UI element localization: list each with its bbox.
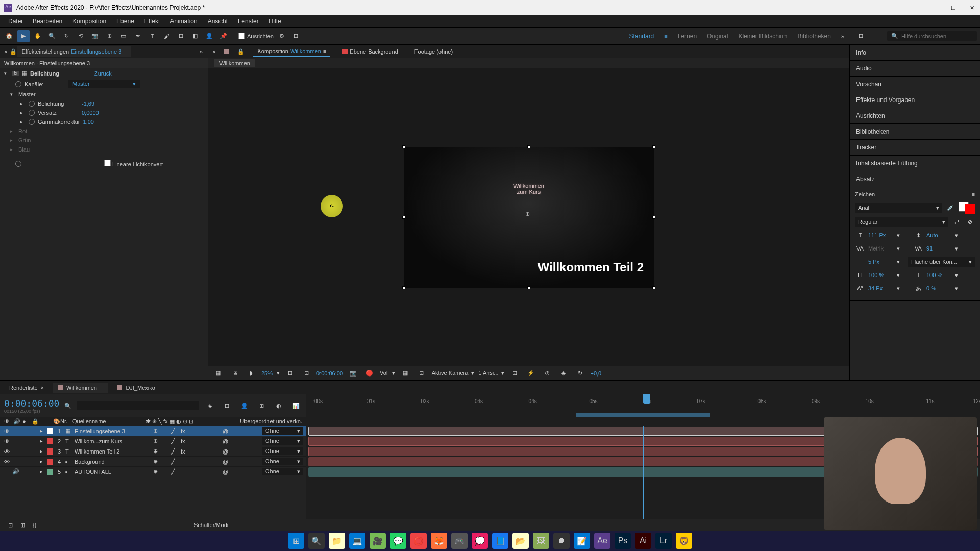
panel-ausrichten[interactable]: Ausrichten xyxy=(850,108,980,124)
menu-ansicht[interactable]: Ansicht xyxy=(203,16,233,27)
layer-name[interactable]: Willkom...zum Kurs xyxy=(75,438,151,444)
selection-handle[interactable] xyxy=(402,216,405,219)
layer-expand-caret[interactable]: ▸ xyxy=(40,468,45,475)
master-caret[interactable]: ▾ xyxy=(10,92,15,97)
toggle-modes-icon[interactable]: ⊞ xyxy=(16,519,29,531)
fast-preview-icon[interactable]: ⚡ xyxy=(525,367,537,380)
gamma-stopwatch[interactable] xyxy=(29,119,35,125)
layer-switch[interactable]: fx xyxy=(181,428,188,434)
home-button[interactable]: 🏠 xyxy=(3,30,15,42)
pickwhip-icon[interactable]: @ xyxy=(223,428,230,434)
workspace-menu-icon[interactable]: ≡ xyxy=(664,33,667,39)
layer-switch[interactable]: ⊕ xyxy=(153,448,160,455)
workspace-original[interactable]: Original xyxy=(707,33,728,40)
parent-dropdown[interactable]: Ohne▾ xyxy=(262,447,303,455)
layer-name[interactable]: Background xyxy=(75,459,151,465)
layer-label-color[interactable] xyxy=(47,469,53,475)
layer-row[interactable]: 👁 ▸ 4 ▪ Background ⊕ ╱ @ Ohne▾ xyxy=(0,457,306,467)
rotate-tool[interactable]: ⟲ xyxy=(75,30,87,42)
views-dropdown[interactable]: 1 Ansi...▾ xyxy=(478,370,504,377)
frame-blend-icon[interactable]: ⊞ xyxy=(255,399,267,412)
layer-switch[interactable]: ⊕ xyxy=(153,458,160,465)
selection-handle[interactable] xyxy=(652,216,655,219)
pickwhip-icon[interactable]: @ xyxy=(223,448,230,455)
panel-bibliotheken[interactable]: Bibliotheken xyxy=(850,124,980,140)
clone-tool[interactable]: ⊡ xyxy=(175,30,187,42)
menu-fenster[interactable]: Fenster xyxy=(233,16,264,27)
taskbar-app-icon[interactable]: 🔍 xyxy=(308,533,325,549)
taskbar-app-icon[interactable]: ⊞ xyxy=(288,533,304,549)
parent-dropdown[interactable]: Ohne▾ xyxy=(262,427,303,435)
switch-icon[interactable]: ▦ xyxy=(169,418,175,425)
guides-icon[interactable]: ⊡ xyxy=(300,367,312,380)
brush-tool[interactable]: 🖌 xyxy=(160,30,173,42)
toggle-pane-icon[interactable]: {} xyxy=(29,519,41,531)
taskbar-app-icon[interactable]: 📁 xyxy=(329,533,345,549)
viewer-close-icon[interactable]: × xyxy=(212,48,215,55)
no-color-icon[interactable]: ⊘ xyxy=(965,217,975,227)
layer-label-color[interactable] xyxy=(47,448,53,455)
exposure-stopwatch[interactable] xyxy=(29,101,35,107)
effect-visibility-icon[interactable]: ▦ xyxy=(22,70,27,77)
fx-badge-icon[interactable]: fx xyxy=(12,71,19,76)
layer-label-color[interactable] xyxy=(47,428,53,434)
flowchart-icon[interactable]: ◈ xyxy=(557,367,570,380)
char-panel-menu-icon[interactable]: ≡ xyxy=(972,191,975,197)
switch-icon[interactable]: ╲ xyxy=(158,418,162,425)
layer-switch[interactable]: ╱ xyxy=(172,448,179,455)
snap-checkbox[interactable]: Ausrichten xyxy=(238,33,274,39)
menu-komposition[interactable]: Komposition xyxy=(67,16,111,27)
workspace-reset[interactable]: ⊡ xyxy=(854,30,867,42)
layer-name[interactable]: AUTOUNFALL xyxy=(75,469,151,475)
timeline-other-tab[interactable]: DJI_Mexiko xyxy=(112,383,160,393)
menu-hilfe[interactable]: Hilfe xyxy=(264,16,286,27)
leading-value[interactable]: Auto xyxy=(926,232,952,238)
hscale-value[interactable]: 100 % xyxy=(926,272,952,278)
selection-handle[interactable] xyxy=(652,286,655,289)
resolution-dropdown[interactable]: Voll▾ xyxy=(380,370,395,377)
switch-icon[interactable]: ✳ xyxy=(152,418,157,425)
menu-effekt[interactable]: Effekt xyxy=(139,16,165,27)
layer-audio-icon[interactable]: 🔊 xyxy=(12,468,19,475)
layer-row[interactable]: 🔊 ▸ 5 ▪ AUTOUNFALL ⊕ ╱ @ Ohne▾ xyxy=(0,467,306,477)
parent-dropdown[interactable]: Ohne▾ xyxy=(262,458,303,465)
panel-close-icon[interactable]: × xyxy=(2,48,9,55)
hand-tool[interactable]: ✋ xyxy=(32,30,44,42)
orbit-tool[interactable]: ↻ xyxy=(60,30,72,42)
taskbar-app-icon[interactable]: ⏺ xyxy=(553,533,570,549)
offset-value[interactable]: 0,0000 xyxy=(82,110,99,116)
taskbar-app-icon[interactable]: 🎥 xyxy=(370,533,386,549)
tab-menu-icon[interactable]: ≡ xyxy=(124,48,127,55)
stroke-width-value[interactable]: 5 Px xyxy=(868,259,894,265)
layer-expand-caret[interactable]: ▸ xyxy=(40,448,45,455)
composition-tab[interactable]: Komposition Willkommen ≡ xyxy=(253,46,330,57)
workspace-overflow-icon[interactable]: » xyxy=(841,33,844,39)
effect-toggle-caret[interactable]: ▾ xyxy=(4,71,9,76)
taskbar-app-icon[interactable]: 💬 xyxy=(390,533,406,549)
channel-icon[interactable]: 🔴 xyxy=(363,367,376,380)
playhead[interactable] xyxy=(643,394,650,404)
taskbar-app-icon[interactable]: 🦁 xyxy=(676,533,692,549)
layer-switch[interactable]: ╱ xyxy=(172,438,179,444)
panel-lock-icon[interactable]: 🔒 xyxy=(9,47,17,56)
panel-content-fill[interactable]: Inhaltsbasierte Füllung xyxy=(850,156,980,171)
taskbar-app-icon[interactable]: 🖼 xyxy=(533,533,549,549)
taskbar-app-icon[interactable]: 🦊 xyxy=(431,533,447,549)
panel-audio[interactable]: Audio xyxy=(850,61,980,77)
taskbar-app-icon[interactable]: ⭕ xyxy=(410,533,427,549)
text-tool[interactable]: T xyxy=(146,30,158,42)
layer-switch[interactable]: fx xyxy=(181,438,188,444)
label-column-icon[interactable]: 🎨 xyxy=(53,418,58,425)
taskbar-app-icon[interactable]: Ps xyxy=(615,533,631,549)
roi-icon[interactable]: ▦ xyxy=(399,367,411,380)
eyedropper-icon[interactable]: 💉 xyxy=(945,203,955,213)
comp-mini-flowchart-icon[interactable]: ◈ xyxy=(204,399,216,412)
snapshot-icon[interactable]: 📷 xyxy=(347,367,359,380)
taskbar-app-icon[interactable]: 💻 xyxy=(349,533,365,549)
channels-stopwatch[interactable] xyxy=(15,81,21,87)
pickwhip-icon[interactable]: @ xyxy=(223,459,230,465)
selection-handle[interactable] xyxy=(402,286,405,289)
maximize-button[interactable]: ☐ xyxy=(949,4,958,12)
layer-switch[interactable]: ╱ xyxy=(172,428,179,434)
layer-row[interactable]: 👁 ▸ 3 T Willkommen Teil 2 ⊕ ╱ fx @ Ohne▾ xyxy=(0,446,306,457)
